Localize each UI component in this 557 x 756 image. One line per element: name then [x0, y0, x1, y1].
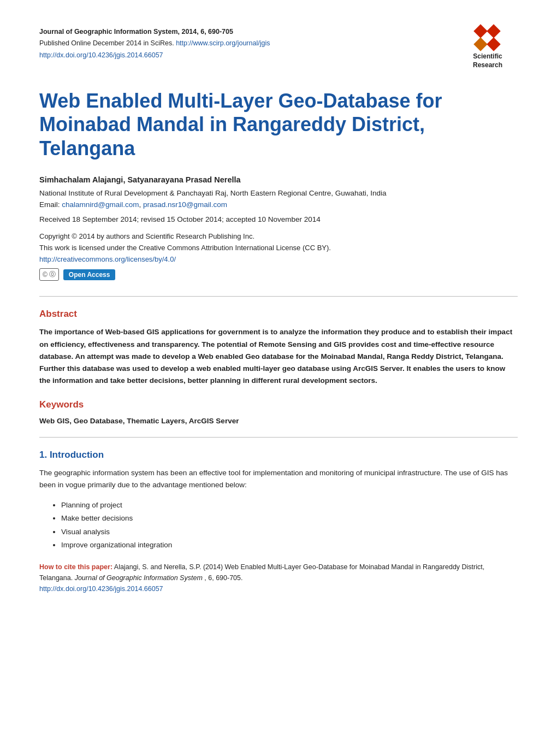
- citation-box: How to cite this paper: Alajangi, S. and…: [39, 562, 518, 594]
- diamond-icon: [473, 24, 487, 38]
- open-access-row: © ⓪ Open Access: [39, 268, 518, 281]
- journal-url-link[interactable]: http://www.scirp.org/journal/jgis: [176, 39, 270, 47]
- abstract-section: Abstract The importance of Web-based GIS…: [39, 309, 518, 387]
- section-divider-2: [39, 437, 518, 438]
- doi-url-link[interactable]: http://dx.doi.org/10.4236/jgis.2014.6605…: [39, 51, 163, 59]
- diamond-icon: [473, 37, 487, 51]
- list-item: Visual analysis: [61, 525, 518, 539]
- keywords-section: Keywords Web GIS, Geo Database, Thematic…: [39, 399, 518, 425]
- introduction-para1: The geographic information system has be…: [39, 467, 518, 492]
- doi-line: http://dx.doi.org/10.4236/jgis.2014.6605…: [39, 50, 270, 61]
- copyright-line1: Copyright © 2014 by authors and Scientif…: [39, 231, 518, 243]
- authors: Simhachalam Alajangi, Satyanarayana Pras…: [39, 175, 518, 184]
- copyright-line2: This work is licensed under the Creative…: [39, 243, 518, 254]
- cc-badge: © ⓪: [39, 268, 59, 281]
- published-line: Published Online December 2014 in SciRes…: [39, 38, 270, 49]
- email2-link[interactable]: prasad.nsr10@gmail.com: [143, 200, 227, 209]
- list-item: Make better decisions: [61, 512, 518, 525]
- publisher-name: ScientificResearch: [473, 52, 502, 69]
- abstract-text: The importance of Web-based GIS applicat…: [39, 326, 518, 387]
- cite-doi-link[interactable]: http://dx.doi.org/10.4236/jgis.2014.6605…: [39, 585, 163, 593]
- diamond-icon: [487, 37, 500, 51]
- cite-volume: , 6, 690-705.: [204, 574, 242, 582]
- publisher-logo: ScientificResearch: [458, 26, 518, 69]
- introduction-bullets: Planning of project Make better decision…: [39, 499, 518, 552]
- received-dates: Received 18 September 2014; revised 15 O…: [39, 215, 518, 223]
- introduction-section: 1. Introduction The geographic informati…: [39, 450, 518, 552]
- introduction-title: 1. Introduction: [39, 450, 518, 460]
- keywords-text: Web GIS, Geo Database, Thematic Layers, …: [39, 417, 518, 425]
- cite-journal: Journal of Geographic Information System: [75, 574, 203, 582]
- journal-meta: Journal of Geographic Information System…: [39, 26, 270, 61]
- logo-diamonds-icon: [476, 26, 500, 50]
- keywords-title: Keywords: [39, 399, 518, 410]
- page-header: Journal of Geographic Information System…: [39, 26, 518, 69]
- list-item: Planning of project: [61, 499, 518, 512]
- affiliation: National Institute of Rural Development …: [39, 187, 518, 211]
- diamond-icon: [487, 24, 500, 38]
- cite-label: How to cite this paper:: [39, 563, 112, 571]
- paper-title: Web Enabled Multi-Layer Geo-Database for…: [39, 89, 518, 160]
- open-access-badge: Open Access: [63, 269, 116, 280]
- copyright-block: Copyright © 2014 by authors and Scientif…: [39, 231, 518, 265]
- cc-license-link[interactable]: http://creativecommons.org/licenses/by/4…: [39, 255, 176, 263]
- email1-link[interactable]: chalamnird@gmail.com: [62, 200, 139, 209]
- section-divider: [39, 296, 518, 297]
- abstract-title: Abstract: [39, 309, 518, 320]
- list-item: Improve organizational integration: [61, 539, 518, 552]
- journal-title-line: Journal of Geographic Information System…: [39, 26, 270, 38]
